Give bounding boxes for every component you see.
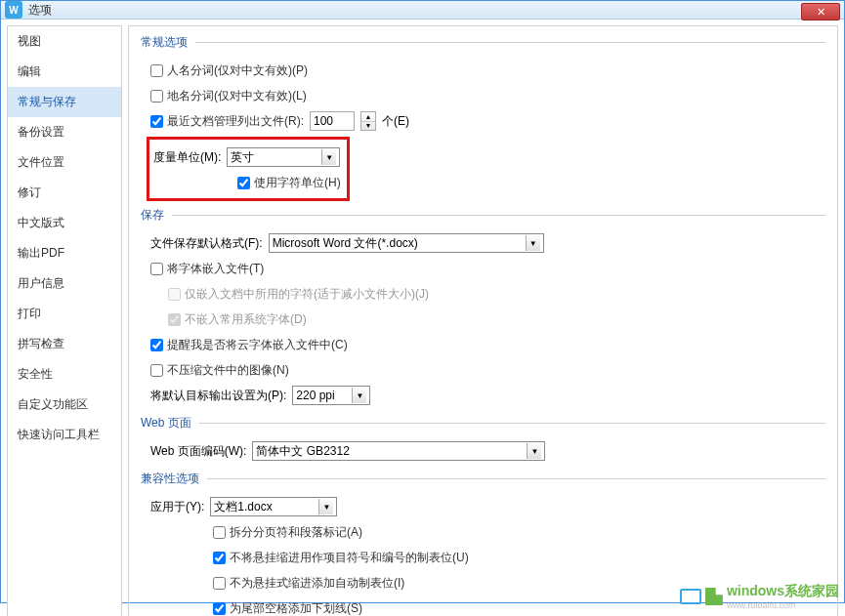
chevron-down-icon: ▼: [321, 149, 336, 165]
sidebar-item-general-save[interactable]: 常规与保存: [8, 87, 121, 117]
watermark: windows系统家园 www.ruibaifu.com: [680, 583, 839, 610]
no-auto-tab-hanging-checkbox[interactable]: 不为悬挂式缩进添加自动制表位(I): [213, 575, 404, 592]
default-format-label: 文件保存默认格式(F):: [150, 235, 263, 252]
compat-legend: 兼容性选项: [141, 471, 207, 487]
recent-files-spinner[interactable]: ▲ ▼: [360, 111, 376, 131]
unit-label: 度量单位(M):: [153, 149, 221, 166]
sidebar-item-file-location[interactable]: 文件位置: [8, 147, 121, 178]
split-page-break-checkbox[interactable]: 拆分分页符和段落标记(A): [213, 524, 362, 541]
save-legend: 保存: [141, 207, 172, 224]
chevron-down-icon: ▼: [527, 443, 541, 459]
recent-files-unit: 个(E): [382, 113, 409, 130]
sidebar-item-revision[interactable]: 修订: [8, 178, 121, 208]
window-title: 选项: [28, 2, 52, 19]
highlight-box: 度量单位(M): 英寸 ▼ 使用字符单位(H): [147, 137, 350, 201]
embed-fonts-checkbox[interactable]: 将字体嵌入文件(T): [150, 261, 264, 277]
embed-only-used-checkbox: 仅嵌入文档中所用的字符(适于减小文件大小)(J): [168, 286, 429, 303]
no-compress-images-checkbox[interactable]: 不压缩文件中的图像(N): [150, 362, 289, 379]
apply-to-dropdown[interactable]: 文档1.docx ▼: [210, 497, 337, 516]
sidebar-item-quick-access[interactable]: 快速访问工具栏: [8, 420, 121, 450]
encoding-dropdown[interactable]: 简体中文 GB2312 ▼: [252, 441, 545, 461]
unit-dropdown[interactable]: 英寸 ▼: [227, 147, 340, 167]
monitor-icon: [680, 589, 701, 604]
options-dialog: W 选项 ✕ 视图 编辑 常规与保存 备份设置 文件位置 修订 中文版式 输出P…: [0, 0, 845, 603]
general-section: 常规选项 人名分词(仅对中文有效)(P) 地名分词(仅对中文有效)(L) 最近文…: [141, 34, 825, 203]
sidebar-item-print[interactable]: 打印: [8, 299, 121, 329]
chevron-down-icon: ▼: [352, 388, 366, 403]
titlebar: W 选项 ✕: [1, 1, 844, 20]
spinner-up-icon[interactable]: ▲: [361, 112, 375, 122]
app-icon: W: [5, 1, 22, 19]
chevron-down-icon: ▼: [526, 235, 540, 251]
default-target-label: 将默认目标输出设置为(P):: [150, 388, 286, 404]
general-legend: 常规选项: [141, 34, 195, 51]
embed-no-sys-checkbox: 不嵌入常用系统字体(D): [168, 311, 307, 328]
spinner-down-icon[interactable]: ▼: [361, 122, 375, 131]
watermark-main: windows系统家园: [727, 583, 839, 600]
recent-files-checkbox[interactable]: 最近文档管理列出文件(R):: [150, 113, 304, 130]
sidebar: 视图 编辑 常规与保存 备份设置 文件位置 修订 中文版式 输出PDF 用户信息…: [7, 25, 122, 616]
sidebar-item-customize-ribbon[interactable]: 自定义功能区: [8, 390, 121, 420]
recent-files-input[interactable]: [310, 111, 355, 131]
apply-to-label: 应用于(Y):: [150, 499, 204, 515]
watermark-sub: www.ruibaifu.com: [727, 600, 839, 610]
place-name-seg-checkbox[interactable]: 地名分词(仅对中文有效)(L): [150, 88, 307, 104]
web-legend: Web 页面: [141, 415, 199, 431]
sidebar-item-backup[interactable]: 备份设置: [8, 117, 121, 147]
use-char-unit-checkbox[interactable]: 使用字符单位(H): [237, 175, 341, 191]
web-section: Web 页面 Web 页面编码(W): 简体中文 GB2312 ▼: [141, 415, 825, 467]
remind-cloud-fonts-checkbox[interactable]: 提醒我是否将云字体嵌入文件中(C): [150, 337, 348, 353]
sidebar-item-security[interactable]: 安全性: [8, 359, 121, 390]
close-button[interactable]: ✕: [801, 3, 840, 21]
no-hanging-indent-tab-checkbox[interactable]: 不将悬挂缩进用作项目符号和编号的制表位(U): [213, 550, 469, 566]
default-format-dropdown[interactable]: Microsoft Word 文件(*.docx) ▼: [269, 233, 544, 253]
chevron-down-icon: ▼: [318, 499, 333, 514]
sidebar-item-edit[interactable]: 编辑: [8, 57, 121, 87]
encoding-label: Web 页面编码(W):: [150, 443, 246, 460]
default-target-dropdown[interactable]: 220 ppi ▼: [292, 386, 370, 405]
sidebar-item-spellcheck[interactable]: 拼写检查: [8, 329, 121, 359]
sidebar-item-view[interactable]: 视图: [8, 26, 121, 57]
main-panel: 常规选项 人名分词(仅对中文有效)(P) 地名分词(仅对中文有效)(L) 最近文…: [128, 25, 838, 616]
house-icon: [705, 588, 723, 605]
sidebar-item-user-info[interactable]: 用户信息: [8, 268, 121, 299]
underline-trailing-space-checkbox[interactable]: 为尾部空格添加下划线(S): [213, 600, 362, 617]
sidebar-item-output-pdf[interactable]: 输出PDF: [8, 238, 121, 268]
save-section: 保存 文件保存默认格式(F): Microsoft Word 文件(*.docx…: [141, 207, 825, 411]
sidebar-item-chinese-layout[interactable]: 中文版式: [8, 208, 121, 238]
person-name-seg-checkbox[interactable]: 人名分词(仅对中文有效)(P): [150, 62, 308, 79]
